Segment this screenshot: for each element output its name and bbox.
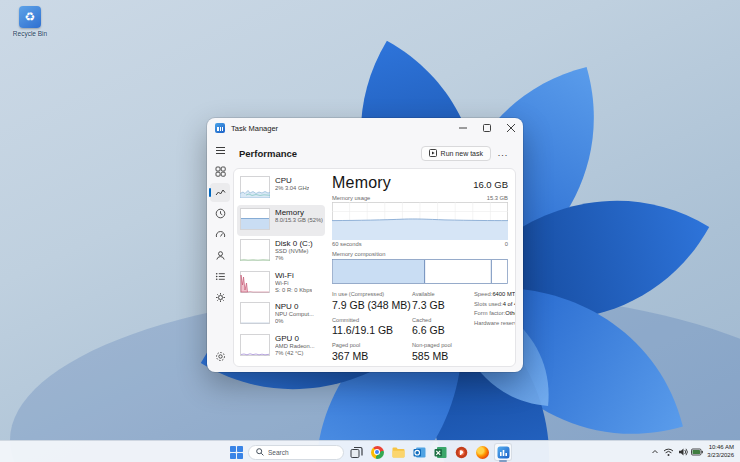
memory-usage-graph <box>332 202 508 240</box>
run-new-task-button[interactable]: Run new task <box>421 146 491 161</box>
maximize-button[interactable] <box>475 118 499 138</box>
recycle-bin-shortcut[interactable]: ♻ Recycle Bin <box>6 6 54 37</box>
memory-composition-label: Memory composition <box>332 251 508 257</box>
performance-card: CPU 2% 3.04 GHz Memory 8.0/15.3 <box>233 168 516 367</box>
spec-speed: Speed: 6400 MT/s <box>474 291 508 297</box>
perf-item-npu[interactable]: NPU 0 NPU Comput... 0% <box>237 299 325 331</box>
memory-composition-bar[interactable] <box>332 259 508 284</box>
performance-list: CPU 2% 3.04 GHz Memory 8.0/15.3 <box>237 173 325 364</box>
tray-chevron-up-icon[interactable] <box>648 444 661 460</box>
stat-cached: Cached 6.6 GB <box>412 317 472 337</box>
menu-icon[interactable] <box>210 141 230 160</box>
tray-battery-icon[interactable] <box>690 444 703 460</box>
tray-wifi-icon[interactable] <box>662 444 675 460</box>
timeline-right-label: 0 <box>505 241 508 247</box>
start-button[interactable] <box>227 443 245 461</box>
perf-item-gpu[interactable]: GPU 0 AMD Radeon... 7% (42 °C) <box>237 331 325 363</box>
nav-users-icon[interactable] <box>210 246 230 265</box>
taskbar-clock[interactable]: 10:46 AM 3/23/2026 <box>707 444 737 460</box>
nav-details-icon[interactable] <box>210 267 230 286</box>
memory-stats: In use (Compressed) 7.9 GB (348 MB) Avai… <box>332 291 472 362</box>
titlebar[interactable]: Task Manager <box>207 118 523 138</box>
chrome-icon <box>371 446 384 459</box>
gpu-mini-graph <box>240 334 270 356</box>
search-icon <box>256 448 264 456</box>
powerpoint-app-icon[interactable] <box>452 443 470 461</box>
perf-item-wifi[interactable]: Wi-Fi Wi-Fi S: 0 R: 0 Kbps <box>237 268 325 300</box>
file-explorer-app-icon[interactable] <box>389 443 407 461</box>
more-options-button[interactable]: ... <box>493 148 513 158</box>
nav-rail <box>207 138 233 372</box>
memory-mini-graph <box>240 208 270 230</box>
memory-panel: Memory 16.0 GB Memory usage 15.3 GB <box>325 173 511 364</box>
stat-non-paged-pool: Non-paged pool 585 MB <box>412 342 472 362</box>
memory-usage-label: Memory usage <box>332 195 370 201</box>
perf-item-disk[interactable]: Disk 0 (C:) SSD (NVMe) 7% <box>237 236 325 268</box>
clock-date: 3/23/2026 <box>707 452 734 460</box>
spec-slots-used: Slots used: 4 of 4 <box>474 301 508 307</box>
taskbar: Search <box>0 440 740 462</box>
task-view-icon <box>350 446 363 459</box>
nav-app-history-icon[interactable] <box>210 204 230 223</box>
memory-total: 16.0 GB <box>473 179 508 190</box>
task-manager-icon <box>497 446 510 459</box>
perf-item-cpu[interactable]: CPU 2% 3.04 GHz <box>237 173 325 205</box>
windows-logo-icon <box>230 446 243 459</box>
excel-app-icon[interactable] <box>431 443 449 461</box>
task-manager-app-icon <box>215 123 225 133</box>
stat-available: Available 7.3 GB <box>412 291 472 311</box>
excel-icon <box>434 446 447 459</box>
content-header: Performance Run new task ... <box>233 138 523 168</box>
page-title: Performance <box>239 148 297 159</box>
nav-services-icon[interactable] <box>210 288 230 307</box>
spec-hardware-reserved: Hardware reserved: 707 MB <box>474 320 508 326</box>
disk-mini-graph <box>240 239 270 261</box>
search-input[interactable]: Search <box>248 445 344 460</box>
settings-gear-icon[interactable] <box>210 347 230 366</box>
firefox-app-icon[interactable] <box>473 443 491 461</box>
stat-committed: Committed 11.6/19.1 GB <box>332 317 408 337</box>
memory-title: Memory <box>332 174 391 192</box>
nav-performance-icon[interactable] <box>210 183 230 202</box>
firefox-icon <box>476 446 489 459</box>
run-new-task-label: Run new task <box>441 150 483 157</box>
spec-form-factor: Form factor: Other <box>474 310 508 316</box>
outlook-app-icon[interactable] <box>410 443 428 461</box>
powerpoint-icon <box>455 446 468 459</box>
tray-volume-icon[interactable] <box>676 444 689 460</box>
cpu-mini-graph <box>240 176 270 198</box>
run-new-task-icon <box>429 149 437 157</box>
perf-item-memory[interactable]: Memory 8.0/15.3 GB (52%) <box>237 205 325 237</box>
search-placeholder: Search <box>268 449 289 456</box>
nav-processes-icon[interactable] <box>210 162 230 181</box>
file-explorer-icon <box>392 446 405 459</box>
task-manager-window: Task Manager <box>207 118 523 372</box>
nav-startup-apps-icon[interactable] <box>210 225 230 244</box>
minimize-button[interactable] <box>451 118 475 138</box>
recycle-bin-label: Recycle Bin <box>6 30 54 37</box>
npu-mini-graph <box>240 302 270 324</box>
task-view-button[interactable] <box>347 443 365 461</box>
recycle-bin-icon: ♻ <box>19 6 41 28</box>
close-button[interactable] <box>499 118 523 138</box>
wifi-mini-graph <box>240 271 270 293</box>
stat-paged-pool: Paged pool 367 MB <box>332 342 408 362</box>
chrome-app-icon[interactable] <box>368 443 386 461</box>
desktop: ♻ Recycle Bin Task Manager <box>0 0 740 462</box>
clock-time: 10:46 AM <box>707 444 734 452</box>
stat-in-use: In use (Compressed) 7.9 GB (348 MB) <box>332 291 408 311</box>
memory-usage-max: 15.3 GB <box>487 195 508 201</box>
memory-specs: Speed: 6400 MT/s Slots used: 4 of 4 Form… <box>474 291 508 362</box>
task-manager-taskbar-icon[interactable] <box>494 443 512 461</box>
outlook-icon <box>413 446 426 459</box>
window-title: Task Manager <box>231 124 278 133</box>
timeline-left-label: 60 seconds <box>332 241 362 247</box>
